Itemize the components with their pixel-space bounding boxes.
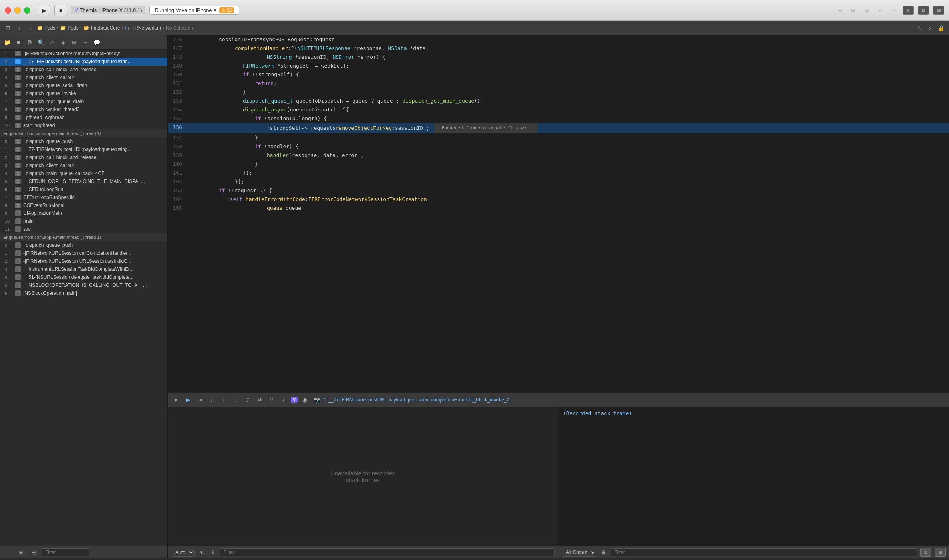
- stack-item-3-5[interactable]: 5 □ __NSBLOCKOPERATION_IS_CALLING_OUT_TO…: [0, 281, 167, 289]
- warning-icon[interactable]: ⚠: [914, 23, 923, 33]
- chat-icon-btn[interactable]: 💬: [92, 38, 101, 47]
- main-layout: 📁 ⏹ ⧉ 🔍 ⚠ ◈ ⊞ → 💬 1 □ -[FIRMutableDictio…: [0, 35, 949, 558]
- search-icon-btn[interactable]: 🔍: [36, 38, 46, 47]
- sidebar-filter-input[interactable]: [42, 548, 89, 556]
- stack-icon: □: [15, 266, 21, 272]
- stack-item-3-6[interactable]: 6 □ [NSBlockOperation main]: [0, 289, 167, 297]
- grid-sm-icon[interactable]: ⊞: [16, 548, 26, 557]
- stack-icon: □: [15, 91, 21, 96]
- stack-item-1-2[interactable]: 3 □ _dispatch_call_block_and_release: [0, 66, 167, 73]
- stack-icon: □: [15, 218, 21, 224]
- stack-item-1-3[interactable]: 4 □ _dispatch_client_callout: [0, 73, 167, 81]
- stack-item-2-0[interactable]: 0 □ _dispatch_queue_push: [0, 137, 167, 145]
- panel-left-btn[interactable]: ▥: [903, 6, 914, 15]
- active-tab[interactable]: Running Vova on iPhone X ⚠ 22: [149, 6, 239, 15]
- info-icon[interactable]: ℹ: [209, 548, 217, 556]
- stack-item-3-1[interactable]: 1 □ -[FIRNetworkURLSession callCompletio…: [0, 249, 167, 257]
- panel-center-btn[interactable]: ⊟: [918, 6, 929, 15]
- all-output-select[interactable]: All Output: [562, 548, 596, 557]
- stack-item-1-8[interactable]: 9 □ _pthread_wqthread: [0, 113, 167, 121]
- step-over-icon[interactable]: ⇥: [195, 395, 204, 405]
- forward-icon[interactable]: ›: [26, 23, 35, 33]
- copy-icon[interactable]: ⧉: [255, 395, 264, 405]
- navigate-forward-icon[interactable]: →: [889, 6, 899, 15]
- stack-item-2-1[interactable]: 1 □ __77-[FIRNetwork postURL:payload:que…: [0, 145, 167, 153]
- stop-button[interactable]: ■: [54, 5, 67, 16]
- warning-badge: ⚠ 22: [219, 7, 234, 13]
- stop-icon-btn[interactable]: ⏹: [14, 38, 23, 47]
- stack-item-2-4[interactable]: 4 □ _dispatch_main_queue_callback_4CF: [0, 169, 167, 177]
- code-line-159: 159 handler(response, data, error);: [168, 151, 949, 160]
- stack-item-1-5[interactable]: 6 □ _dispatch_queue_invoke: [0, 89, 167, 97]
- layout-icon-2[interactable]: ⊞: [848, 6, 858, 15]
- grid-icon-btn[interactable]: ⊞: [69, 38, 79, 47]
- code-line-152: 152 }: [168, 88, 949, 97]
- output-filter-input[interactable]: [611, 548, 917, 556]
- folder-icon-btn[interactable]: 📁: [2, 38, 12, 47]
- step-out-icon[interactable]: ↑: [219, 395, 228, 405]
- lock-icon[interactable]: 🔒: [936, 23, 946, 33]
- debug-frame-info: 2 __77-[FIRNetwork postURL:payload:que..…: [324, 397, 946, 403]
- stack-item-1-4[interactable]: 5 □ _dispatch_queue_serial_drain: [0, 81, 167, 89]
- minimize-button[interactable]: [14, 7, 21, 14]
- stack-item-3-4[interactable]: 4 □ __51-[NSURLSession delegate_task:did…: [0, 273, 167, 281]
- stack-item-1-0[interactable]: 1 □ -[FIRMutableDictionary removeObjectF…: [0, 50, 167, 58]
- step-up-icon[interactable]: ⤴: [243, 395, 252, 405]
- trash-icon[interactable]: 🗑: [600, 548, 608, 556]
- camera-icon[interactable]: 📷: [312, 395, 322, 405]
- down-icon[interactable]: ↓: [3, 548, 13, 557]
- stack-icon: □: [15, 171, 21, 176]
- panel-right-btn[interactable]: ▦: [933, 6, 944, 15]
- stack-item-3-3[interactable]: 3 □ __InstrumentURLSessionTaskDidComplet…: [0, 265, 167, 273]
- maximize-button[interactable]: [24, 7, 30, 14]
- nav-right-icon[interactable]: ›: [925, 23, 935, 33]
- stack-item-2-9[interactable]: 9 □ UIApplicationMain: [0, 209, 167, 217]
- stack-item-1-9[interactable]: 10 □ start_wqthread: [0, 121, 167, 129]
- warning-icon-btn[interactable]: ⚠: [47, 38, 57, 47]
- eye-icon[interactable]: 👁: [198, 548, 206, 556]
- stack-item-2-2[interactable]: 2 □ _dispatch_call_block_and_release: [0, 153, 167, 161]
- close-button[interactable]: [5, 7, 11, 14]
- step-in-icon[interactable]: ⤵: [231, 395, 240, 405]
- recorded-frame-label: (Recorded stack frame): [563, 410, 632, 416]
- stack-icon: □: [15, 258, 21, 264]
- grid-icon[interactable]: ⊞: [3, 23, 13, 33]
- bookmark-icon-btn[interactable]: ◈: [58, 38, 68, 47]
- stack-item-3-0[interactable]: 0 □ _dispatch_queue_push: [0, 241, 167, 249]
- branch-icon[interactable]: ⑂: [267, 395, 276, 405]
- code-breadcrumb: 📁 Pods › 📁 Pods › 📂 FirebaseCore › m FIR…: [37, 25, 193, 31]
- code-line-147: 147 completionHandler:^(NSHTTPURLRespons…: [168, 44, 949, 53]
- run-button[interactable]: ▶: [38, 5, 50, 16]
- auto-select[interactable]: Auto: [171, 548, 195, 557]
- down-arrow-icon[interactable]: ▼: [171, 395, 181, 405]
- code-line-163: 163 if (!requestID) {: [168, 186, 949, 195]
- timeline-icon[interactable]: ◉: [300, 395, 310, 405]
- share-icon[interactable]: ↗: [279, 395, 288, 405]
- stack-item-2-6[interactable]: 6 □ __CFRunLoopRun: [0, 185, 167, 193]
- output-bottom-bar: All Output 🗑 ⊟ ⊞: [558, 546, 949, 558]
- play-icon[interactable]: ▶: [183, 395, 193, 405]
- stack-icon: □: [15, 115, 21, 120]
- thread-icon-btn[interactable]: ⧉: [25, 38, 34, 47]
- stack-item-2-3[interactable]: 3 □ _dispatch_client_callout: [0, 161, 167, 169]
- stack-item-2-7[interactable]: 7 □ CFRunLoopRunSpecific: [0, 193, 167, 201]
- layout-icon-3[interactable]: ⊠: [862, 6, 872, 15]
- step-into-icon[interactable]: ↓: [207, 395, 216, 405]
- layout-icon-1[interactable]: ⊟: [835, 6, 844, 15]
- output-layout-2[interactable]: ⊞: [935, 548, 946, 557]
- stack-item-1-7[interactable]: 8 □ _dispatch_worker_thread3: [0, 105, 167, 113]
- navigate-back-icon[interactable]: ←: [876, 6, 885, 15]
- stack-item-2-8[interactable]: 8 □ GSEventRunModal: [0, 201, 167, 209]
- stack-item-1-6[interactable]: 7 □ _dispatch_root_queue_drain: [0, 97, 167, 105]
- stack-item-1-1[interactable]: 2 □ __77-[FIRNetwork postURL:payload:que…: [0, 58, 167, 66]
- variables-filter-input[interactable]: [220, 548, 555, 556]
- stack-item-3-2[interactable]: 2 □ -[FIRNetworkURLSession URLSession:ta…: [0, 257, 167, 265]
- nav-icon-btn[interactable]: →: [81, 38, 90, 47]
- stack-item-2-5[interactable]: 5 □ __CFRUNLOOP_IS_SERVICING_THE_MAIN_DI…: [0, 177, 167, 185]
- stack-item-2-11[interactable]: 11 □ start: [0, 225, 167, 233]
- stack-item-2-10[interactable]: 10 □ main: [0, 217, 167, 225]
- back-icon[interactable]: ‹: [14, 23, 24, 33]
- scheme-selector[interactable]: V Themis › iPhone X (11.0.1): [71, 6, 145, 14]
- output-layout-1[interactable]: ⊟: [920, 548, 931, 557]
- layout-sm-icon[interactable]: ⊟: [29, 548, 38, 557]
